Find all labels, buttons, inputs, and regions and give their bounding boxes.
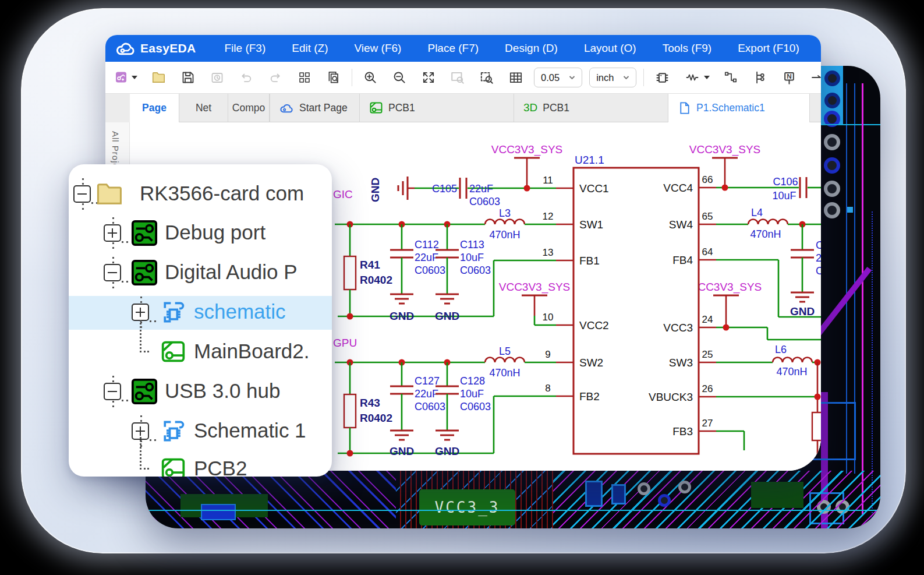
grid-settings-button[interactable] xyxy=(505,67,527,88)
resistor-clipped xyxy=(812,412,821,440)
place-wire-button[interactable] xyxy=(720,67,742,88)
tree-item-usb-hub[interactable]: USB 3.0 hub xyxy=(69,375,332,408)
collapse-expander[interactable] xyxy=(104,264,121,281)
tree-item-project[interactable]: RK3566-card com xyxy=(69,177,332,211)
menu-export[interactable]: Export (F10) xyxy=(738,42,799,55)
library-caret-icon xyxy=(132,76,137,79)
save-history-button[interactable] xyxy=(206,67,228,88)
open-folder-button[interactable] xyxy=(148,67,170,88)
svg-text:470nH: 470nH xyxy=(776,366,807,378)
svg-text:10: 10 xyxy=(543,312,554,323)
tab-net[interactable]: Net xyxy=(179,94,228,122)
pcb-trace-vline-magenta xyxy=(862,83,863,514)
redo-button[interactable] xyxy=(264,67,286,88)
svg-text:C0603: C0603 xyxy=(460,264,491,276)
undo-button[interactable] xyxy=(235,67,257,88)
svg-text:L3: L3 xyxy=(499,207,511,219)
svg-text:R0402: R0402 xyxy=(360,274,392,286)
collapse-expander[interactable] xyxy=(73,185,91,203)
menu-place[interactable]: Place (F7) xyxy=(427,42,479,55)
tree-item-label: PCB2 xyxy=(194,457,247,477)
svg-text:VCC3V3_SYS: VCC3V3_SYS xyxy=(689,143,761,156)
save-icon xyxy=(181,70,195,84)
svg-text:FB3: FB3 xyxy=(672,425,693,438)
expand-expander[interactable] xyxy=(132,304,149,321)
schematic-canvas[interactable]: GIC GPU VCC3V3_SYS VCC3V3_SYS VCC3V3_SYS… xyxy=(270,122,821,471)
svg-text:VCC3V3_SYS: VCC3V3_SYS xyxy=(499,281,571,294)
svg-text:C112: C112 xyxy=(415,239,439,251)
expand-expander[interactable] xyxy=(104,224,121,242)
capacitor-c106: C106 10uF xyxy=(716,176,821,202)
menu-tools[interactable]: Tools (F9) xyxy=(663,42,711,55)
tree-item-pcb2[interactable]: PCB2 xyxy=(69,452,332,477)
tree-item-digital-audio[interactable]: Digital Audio P xyxy=(69,256,332,290)
svg-text:VBUCK3: VBUCK3 xyxy=(649,391,693,403)
zoom-selection-button[interactable] xyxy=(476,67,498,88)
library-button[interactable] xyxy=(111,67,141,88)
place-bus-button[interactable] xyxy=(749,67,771,88)
zoom-in-button[interactable] xyxy=(359,67,381,88)
svg-text:22uF: 22uF xyxy=(415,252,438,263)
menu-file[interactable]: File (F3) xyxy=(224,42,265,55)
tree-item-schematic1[interactable]: Schematic 1 xyxy=(69,414,332,448)
tree-item-label: Debug port xyxy=(165,221,265,244)
tab-pcb1-label: PCB1 xyxy=(388,102,415,114)
resistor-icon xyxy=(684,70,701,84)
svg-text:FB4: FB4 xyxy=(672,254,693,266)
menu-view[interactable]: View (F6) xyxy=(355,42,402,55)
tree-item-label: schematic xyxy=(194,300,286,323)
tab-pcb1-3d[interactable]: 3D PCB1 xyxy=(514,94,668,122)
svg-text:U21.1: U21.1 xyxy=(575,154,604,166)
place-pin-button[interactable] xyxy=(807,67,821,88)
tree-item-label: RK3566-card com xyxy=(140,182,304,205)
svg-text:10uF: 10uF xyxy=(460,252,484,263)
svg-text:64: 64 xyxy=(702,246,713,257)
svg-text:25: 25 xyxy=(702,349,713,360)
app-logo[interactable]: EasyEDA xyxy=(115,41,196,56)
pcb-board-icon xyxy=(131,259,158,286)
place-net-label-button[interactable]: N xyxy=(778,67,800,88)
svg-text:10uF: 10uF xyxy=(460,388,484,400)
pcb-via xyxy=(824,181,840,197)
grid-size-select[interactable]: 0.05 xyxy=(534,68,582,87)
tab-strip-filler xyxy=(810,94,821,122)
place-resistor-button[interactable] xyxy=(680,67,713,88)
tree-item-label: Schematic 1 xyxy=(194,419,306,442)
menu-layout[interactable]: Layout (O) xyxy=(584,42,636,55)
tree-item-mainboard2[interactable]: MainBoard2. xyxy=(69,335,332,369)
svg-text:R41: R41 xyxy=(360,259,380,271)
collapse-expander[interactable] xyxy=(104,383,121,400)
svg-text:C127: C127 xyxy=(415,375,440,387)
tab-components[interactable]: Compo xyxy=(228,94,270,122)
pcb-via xyxy=(638,482,650,495)
svg-text:FB2: FB2 xyxy=(579,390,600,403)
place-component-button[interactable] xyxy=(651,67,673,88)
components-button[interactable] xyxy=(293,67,316,88)
menu-design[interactable]: Design (D) xyxy=(505,42,558,55)
tab-start-page[interactable]: Start Page xyxy=(270,94,360,122)
capacitor-c105: C105 22uF C0603 xyxy=(415,178,556,207)
tree-item-debug-port[interactable]: Debug port xyxy=(69,216,332,250)
save-button[interactable] xyxy=(177,67,199,88)
svg-text:VCC3V3_SYS: VCC3V3_SYS xyxy=(691,281,762,294)
tree-connector xyxy=(140,437,149,470)
pcb-via xyxy=(678,481,691,493)
tree-item-schematic[interactable]: schematic xyxy=(69,295,332,329)
menu-edit[interactable]: Edit (Z) xyxy=(292,42,328,55)
left-panel-tabs: Page Net Compo xyxy=(130,94,270,122)
svg-text:470nH: 470nH xyxy=(489,367,520,379)
zoom-window-button[interactable] xyxy=(447,67,469,88)
find-similar-button[interactable] xyxy=(323,67,345,88)
fit-view-button[interactable] xyxy=(417,67,440,88)
pcb-net-label: VCC3_3 xyxy=(435,499,500,516)
tab-page[interactable]: Page xyxy=(130,94,179,122)
inductor-l5: L5 470nH xyxy=(485,345,525,379)
unit-select[interactable]: inch xyxy=(589,68,636,87)
unit-value: inch xyxy=(596,72,614,83)
svg-text:C105: C105 xyxy=(432,183,457,195)
pcb-via xyxy=(824,93,840,108)
tab-schematic1[interactable]: P1.Schematic1 xyxy=(668,94,810,122)
pcb-via xyxy=(658,494,671,507)
tab-pcb1[interactable]: PCB1 xyxy=(360,94,514,122)
zoom-out-button[interactable] xyxy=(388,67,410,88)
